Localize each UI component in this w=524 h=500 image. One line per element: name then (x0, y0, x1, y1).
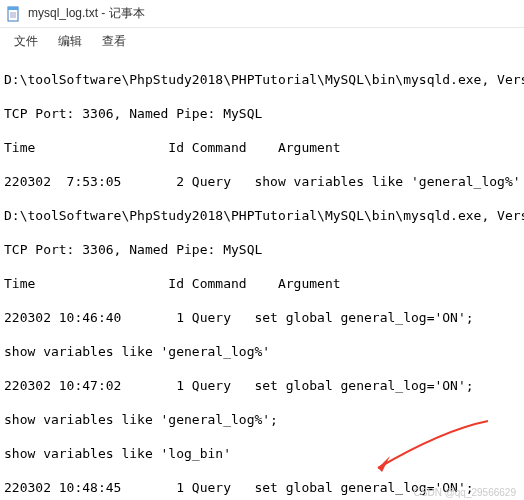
menu-view[interactable]: 查看 (92, 30, 136, 53)
log-line: TCP Port: 3306, Named Pipe: MySQL (4, 105, 520, 122)
menu-edit[interactable]: 编辑 (48, 30, 92, 53)
log-line: Time Id Command Argument (4, 139, 520, 156)
log-line: 220302 10:46:40 1 Query set global gener… (4, 309, 520, 326)
titlebar: mysql_log.txt - 记事本 (0, 0, 524, 28)
log-line: show variables like 'general_log%'; (4, 411, 520, 428)
watermark: CSDN @qq_29566629 (414, 487, 516, 498)
log-line: D:\toolSoftware\PhpStudy2018\PHPTutorial… (4, 71, 520, 88)
window-title: mysql_log.txt - 记事本 (28, 5, 145, 22)
log-line: TCP Port: 3306, Named Pipe: MySQL (4, 241, 520, 258)
svg-rect-1 (8, 7, 18, 10)
log-line: show variables like 'general_log%' (4, 343, 520, 360)
log-line: 220302 10:47:02 1 Query set global gener… (4, 377, 520, 394)
log-line: D:\toolSoftware\PhpStudy2018\PHPTutorial… (4, 207, 520, 224)
menu-file[interactable]: 文件 (4, 30, 48, 53)
log-line: 220302 7:53:05 2 Query show variables li… (4, 173, 520, 190)
log-line: show variables like 'log_bin' (4, 445, 520, 462)
text-content[interactable]: D:\toolSoftware\PhpStudy2018\PHPTutorial… (0, 54, 524, 500)
log-line: Time Id Command Argument (4, 275, 520, 292)
menubar: 文件 编辑 查看 (0, 28, 524, 54)
notepad-icon (6, 6, 22, 22)
